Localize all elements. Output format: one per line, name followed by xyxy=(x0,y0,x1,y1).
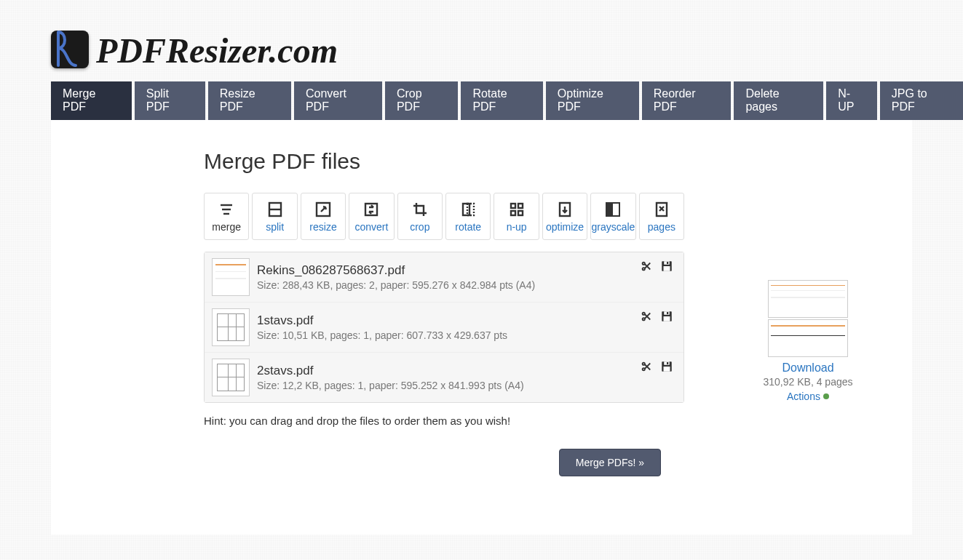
pages-icon xyxy=(653,200,670,219)
brand-name: PDFResizer.com xyxy=(96,33,338,68)
scissors-icon[interactable] xyxy=(640,260,653,273)
merge-button[interactable]: Merge PDFs! » xyxy=(559,449,661,476)
scissors-icon[interactable] xyxy=(640,360,653,373)
tool-label: rotate xyxy=(455,221,481,233)
file-thumbnail xyxy=(212,258,250,296)
tool-convert[interactable]: convert xyxy=(349,193,394,240)
rotate-icon xyxy=(459,200,477,219)
split-icon xyxy=(266,200,284,219)
tool-label: convert xyxy=(354,221,388,233)
tool-label: split xyxy=(266,221,284,233)
main-nav: Merge PDFSplit PDFResize PDFConvert PDFC… xyxy=(0,81,963,120)
actions-label: Actions xyxy=(787,391,820,402)
page-title: Merge PDF files xyxy=(204,149,684,174)
tool-label: pages xyxy=(648,221,675,233)
nav-item-reorder-pdf[interactable]: Reorder PDF xyxy=(642,81,732,120)
nav-item-crop-pdf[interactable]: Crop PDF xyxy=(385,81,458,120)
result-panel: Download 310,92 KB, 4 pages Actions xyxy=(713,149,903,476)
nav-item-merge-pdf[interactable]: Merge PDF xyxy=(51,81,132,120)
preview-page-2 xyxy=(768,319,848,357)
tool-toolbar: mergesplitresizeconvertcroprotaten-upopt… xyxy=(204,193,684,240)
tool-label: n-up xyxy=(507,221,527,233)
save-icon[interactable] xyxy=(660,260,673,273)
save-icon[interactable] xyxy=(660,310,673,323)
logo-icon xyxy=(51,31,89,68)
tool-label: resize xyxy=(309,221,336,233)
nav-item-jpg-to-pdf[interactable]: JPG to PDF xyxy=(880,81,963,120)
nav-item-split-pdf[interactable]: Split PDF xyxy=(135,81,205,120)
hint-text: Hint: you can drag and drop the files to… xyxy=(204,415,684,427)
file-meta: Size: 12,2 KB, pages: 1, paper: 595.252 … xyxy=(257,380,676,391)
actions-dot-icon xyxy=(823,393,829,399)
file-actions xyxy=(640,360,673,373)
file-thumbnail xyxy=(212,359,250,396)
download-link[interactable]: Download xyxy=(713,361,903,375)
merge-icon xyxy=(218,200,235,219)
scissors-icon[interactable] xyxy=(640,310,653,323)
tool-split[interactable]: split xyxy=(252,193,297,240)
file-actions xyxy=(640,310,673,323)
tool-label: grayscale xyxy=(591,221,635,233)
file-info: 1stavs.pdfSize: 10,51 KB, pages: 1, pape… xyxy=(257,313,676,341)
tool-optimize[interactable]: optimize xyxy=(542,193,587,240)
nav-item-delete-pages[interactable]: Delete pages xyxy=(734,81,823,120)
file-thumbnail xyxy=(212,308,250,346)
header: PDFResizer.com xyxy=(0,0,963,81)
tool-crop[interactable]: crop xyxy=(397,193,443,240)
resize-icon xyxy=(314,200,332,219)
nup-icon xyxy=(508,200,526,219)
file-meta: Size: 10,51 KB, pages: 1, paper: 607.733… xyxy=(257,329,676,341)
file-meta: Size: 288,43 KB, pages: 2, paper: 595.27… xyxy=(257,279,676,291)
tool-merge[interactable]: merge xyxy=(204,193,249,240)
nav-item-n-up[interactable]: N-UP xyxy=(826,81,877,120)
result-meta: 310,92 KB, 4 pages xyxy=(713,376,903,388)
tool-label: optimize xyxy=(546,221,584,233)
result-preview[interactable] xyxy=(768,280,848,357)
tool-n-up[interactable]: n-up xyxy=(494,193,539,240)
file-list: Rekins_086287568637.pdfSize: 288,43 KB, … xyxy=(204,252,684,403)
file-name: 1stavs.pdf xyxy=(257,313,676,328)
tool-label: crop xyxy=(410,221,429,233)
tool-pages[interactable]: pages xyxy=(639,193,684,240)
nav-item-convert-pdf[interactable]: Convert PDF xyxy=(294,81,382,120)
grayscale-icon xyxy=(604,200,622,219)
file-name: 2stavs.pdf xyxy=(257,364,676,378)
tool-label: merge xyxy=(212,221,241,233)
crop-icon xyxy=(411,200,429,219)
tool-grayscale[interactable]: grayscale xyxy=(590,193,635,240)
nav-item-resize-pdf[interactable]: Resize PDF xyxy=(208,81,291,120)
file-info: Rekins_086287568637.pdfSize: 288,43 KB, … xyxy=(257,263,676,291)
save-icon[interactable] xyxy=(660,360,673,373)
convert-icon xyxy=(362,200,380,219)
nav-item-optimize-pdf[interactable]: Optimize PDF xyxy=(546,81,639,120)
file-row[interactable]: 2stavs.pdfSize: 12,2 KB, pages: 1, paper… xyxy=(205,353,683,402)
optimize-icon xyxy=(556,200,574,219)
file-row[interactable]: 1stavs.pdfSize: 10,51 KB, pages: 1, pape… xyxy=(205,303,683,353)
file-info: 2stavs.pdfSize: 12,2 KB, pages: 1, paper… xyxy=(257,364,676,391)
nav-item-rotate-pdf[interactable]: Rotate PDF xyxy=(461,81,542,120)
file-name: Rekins_086287568637.pdf xyxy=(257,263,676,278)
file-row[interactable]: Rekins_086287568637.pdfSize: 288,43 KB, … xyxy=(205,252,683,303)
tool-rotate[interactable]: rotate xyxy=(445,193,491,240)
file-actions xyxy=(640,260,673,273)
tool-resize[interactable]: resize xyxy=(301,193,346,240)
preview-page-1 xyxy=(768,280,848,318)
actions-link[interactable]: Actions xyxy=(787,391,829,402)
